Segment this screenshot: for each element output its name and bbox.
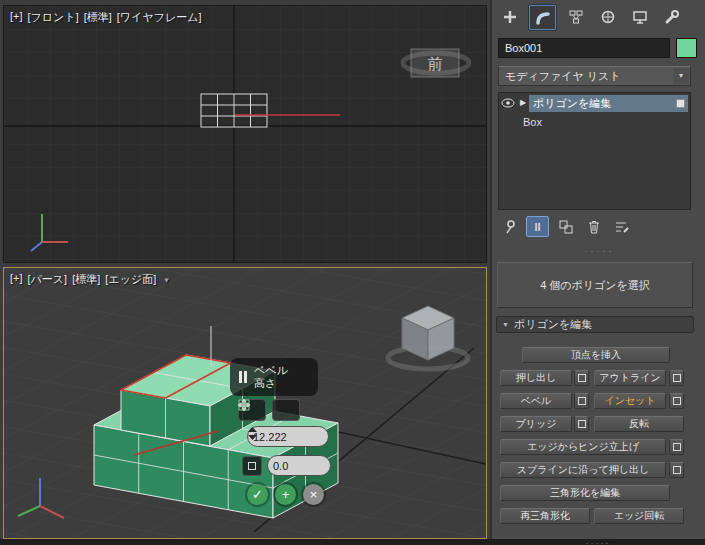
height-spinner[interactable]: 12.222 — [247, 426, 329, 447]
edit-triangulation-button[interactable]: 三角形化を編集 — [500, 485, 670, 501]
persp-viewport-label: [+] [パース] [標準] [エッジ面] ▾ — [10, 272, 169, 287]
height-value[interactable]: 12.222 — [253, 431, 287, 443]
viewport-perspective[interactable]: [+] [パース] [標準] [エッジ面] ▾ ベベル 高さ — [3, 267, 487, 539]
bevel-settings-button[interactable] — [574, 393, 589, 409]
stack-row-edit-poly[interactable]: ▶ ポリゴンを編集 — [499, 93, 690, 112]
viewcube-front[interactable]: 前 — [403, 49, 469, 77]
configure-modifier-sets-button[interactable] — [610, 216, 633, 237]
tab-utilities[interactable] — [658, 4, 685, 29]
turn-edge-button[interactable]: エッジ回転 — [594, 508, 684, 524]
motion-icon — [600, 9, 616, 25]
vp-menu-pov[interactable]: [フロント] — [28, 10, 79, 25]
settings-box-icon — [578, 374, 586, 382]
extrude-settings-button[interactable] — [574, 370, 589, 386]
insert-vertex-button[interactable]: 頂点を挿入 — [522, 347, 670, 363]
outline-spinner[interactable]: 0.0 — [267, 455, 331, 476]
outline-settings-button[interactable] — [669, 370, 684, 386]
front-grid-lines — [4, 6, 487, 263]
bevel-button[interactable]: ベベル — [500, 393, 572, 409]
object-name-field[interactable]: Box001 — [498, 38, 670, 58]
modifier-list-label: モディファイヤ リスト — [505, 70, 621, 82]
vp-menu-style[interactable]: [標準] — [84, 10, 112, 25]
modifier-stack: ▶ ポリゴンを編集 Box — [498, 92, 691, 210]
command-panel-tabs — [496, 4, 685, 31]
caddy-apply-button[interactable]: + — [275, 484, 296, 505]
rollout-edit-polygons[interactable]: ▼ ポリゴンを編集 — [496, 316, 694, 333]
move-icon — [238, 399, 250, 411]
inset-button[interactable]: インセット — [594, 393, 666, 409]
panel-splitter-grip[interactable]: ····· — [492, 246, 705, 256]
vp-menu-style[interactable]: [標準] — [72, 272, 100, 287]
pin-stack-button[interactable] — [498, 216, 521, 237]
vp-menu-general[interactable]: [+] — [10, 10, 23, 25]
viewcube-front-label[interactable]: 前 — [428, 55, 443, 72]
viewport-front[interactable]: 前 [+] [フロント] [標準] [ワイヤフレーム] — [3, 5, 487, 263]
outline-spinner-row: 0.0 — [242, 455, 331, 476]
vp-menu-shading[interactable]: [エッジ面] — [105, 272, 156, 287]
modifier-toggle-square[interactable] — [676, 99, 685, 108]
outline-button[interactable]: アウトライン — [594, 370, 666, 386]
flip-button[interactable]: 反転 — [594, 416, 684, 432]
utilities-icon — [664, 9, 680, 25]
caddy-settings-icon[interactable] — [242, 456, 262, 476]
extrude-spline-settings-button[interactable] — [669, 462, 684, 478]
tab-motion[interactable] — [594, 4, 621, 29]
hinge-from-edge-button[interactable]: エッジからヒンジ立上げ — [500, 439, 666, 455]
caddy-tool-name: ベベル — [254, 364, 288, 377]
tab-create[interactable] — [496, 4, 523, 29]
bevel-caddy-title: ベベル 高さ — [230, 358, 318, 396]
selection-status-text: 4 個のポリゴンを選択 — [540, 278, 650, 293]
vp-menu-shading[interactable]: [ワイヤフレーム] — [117, 10, 202, 25]
caddy-param-name: 高さ — [254, 377, 288, 390]
tab-display[interactable] — [626, 4, 653, 29]
caddy-move-button[interactable] — [272, 399, 300, 421]
modify-icon — [535, 10, 551, 26]
hierarchy-icon — [568, 9, 584, 25]
configure-sets-icon — [614, 219, 630, 235]
extrude-along-spline-button[interactable]: スプラインに沿って押し出し — [500, 462, 666, 478]
object-color-swatch[interactable] — [676, 38, 697, 58]
trash-icon — [586, 219, 602, 235]
object-name-row: Box001 — [498, 38, 698, 58]
front-viewport-canvas[interactable]: 前 — [4, 6, 487, 263]
front-viewport-label: [+] [フロント] [標準] [ワイヤフレーム] — [10, 10, 202, 25]
show-end-result-button[interactable]: II — [526, 216, 549, 237]
settings-box-icon — [673, 374, 681, 382]
pin-icon — [502, 219, 518, 235]
caddy-pin-icon[interactable] — [239, 371, 247, 383]
stack-item-label[interactable]: Box — [523, 116, 542, 128]
vp-menu-pov[interactable]: [パース] — [28, 272, 68, 287]
viewport-menu-flag-icon[interactable]: ▾ — [164, 275, 169, 285]
remove-modifier-button[interactable] — [582, 216, 605, 237]
caddy-actions: ✓ + × — [247, 484, 324, 505]
caddy-mode-buttons — [238, 399, 300, 421]
retriangulate-button[interactable]: 再三角形化 — [500, 508, 590, 524]
settings-box-icon — [578, 397, 586, 405]
caddy-cancel-button[interactable]: × — [303, 484, 324, 505]
chevron-down-icon[interactable]: ▼ — [673, 68, 689, 84]
visibility-eye-icon[interactable] — [499, 96, 517, 110]
make-unique-button[interactable] — [554, 216, 577, 237]
command-panel: Box001 モディファイヤ リスト ▼ ▶ ポリゴンを編集 Box — [490, 0, 705, 545]
extrude-button[interactable]: 押し出し — [500, 370, 572, 386]
caddy-ok-button[interactable]: ✓ — [247, 484, 268, 505]
outline-value[interactable]: 0.0 — [273, 460, 288, 472]
vp-menu-general[interactable]: [+] — [10, 272, 23, 287]
bridge-settings-button[interactable] — [574, 416, 589, 432]
stack-expand-icon[interactable]: ▶ — [517, 98, 529, 107]
stack-toolbar: II — [498, 216, 633, 237]
bottom-splitter-grip[interactable]: ····· — [578, 538, 618, 545]
rollout-title: ポリゴンを編集 — [514, 317, 592, 332]
settings-box-icon — [673, 397, 681, 405]
stack-item-label[interactable]: ポリゴンを編集 — [533, 96, 611, 111]
modifier-list-dropdown[interactable]: モディファイヤ リスト ▼ — [498, 66, 691, 86]
spinner-arrows-icon[interactable] — [248, 427, 257, 440]
inset-settings-button[interactable] — [669, 393, 684, 409]
settings-box-icon — [578, 420, 586, 428]
tab-hierarchy[interactable] — [562, 4, 589, 29]
hinge-settings-button[interactable] — [669, 439, 684, 455]
bridge-button[interactable]: ブリッジ — [500, 416, 572, 432]
tab-modify[interactable] — [528, 4, 557, 31]
stack-row-box[interactable]: Box — [499, 112, 690, 131]
rollout-collapse-icon[interactable]: ▼ — [502, 321, 509, 328]
